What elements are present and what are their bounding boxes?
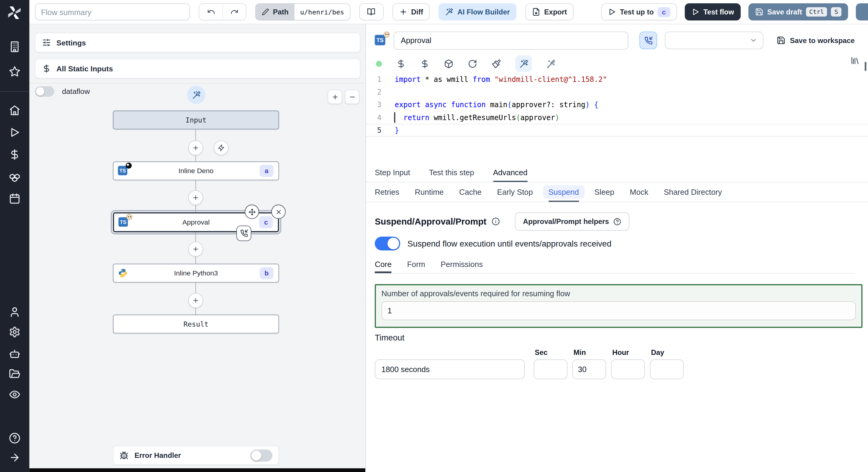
code-line-5[interactable]: 5}	[366, 124, 868, 136]
test-up-to-button[interactable]: Test up to c	[601, 3, 677, 21]
node-result[interactable]: Result	[113, 314, 279, 333]
zoom-in-button[interactable]	[328, 90, 342, 104]
insert-step-button[interactable]	[188, 293, 203, 308]
all-static-inputs-button[interactable]: All Static Inputs	[35, 59, 361, 78]
step-detail-panel: TS Save to workspace	[365, 24, 868, 472]
approvals-required-input[interactable]	[381, 301, 856, 320]
suspend-heading-row: Suspend/Approval/Prompt Approval/Prompt …	[375, 212, 629, 231]
code-line-1[interactable]: 1import * as wmill from "windmill-client…	[366, 73, 868, 86]
zoom-out-button[interactable]	[345, 90, 359, 104]
helpers-button-label: Approval/Prompt helpers	[523, 217, 609, 226]
insert-step-button[interactable]	[188, 141, 203, 156]
error-handler-bar[interactable]: Error Handler	[113, 445, 279, 465]
export-button[interactable]: Export	[525, 3, 574, 21]
code-editor[interactable]: 1import * as wmill from "windmill-client…	[366, 73, 868, 164]
favorites-icon[interactable]	[9, 66, 21, 78]
dataflow-toggle[interactable]	[35, 87, 54, 97]
dependencies-icon[interactable]	[444, 59, 453, 68]
flow-summary-input[interactable]	[35, 3, 190, 21]
docs-button[interactable]	[359, 3, 383, 21]
subtab-cache[interactable]: Cache	[459, 183, 482, 202]
ai-assistant-button[interactable]	[516, 56, 532, 72]
users-icon[interactable]	[9, 306, 21, 318]
windmill-logo-icon[interactable]	[6, 4, 23, 21]
sliders-icon	[42, 38, 51, 47]
diff-button[interactable]: Diff	[393, 3, 430, 21]
save-draft-button[interactable]: Save draft Ctrl S	[748, 3, 848, 21]
approval-phone-button[interactable]	[639, 32, 657, 49]
audit-logs-icon[interactable]	[9, 389, 21, 400]
node-inline-python3[interactable]: Inline Python3 b	[113, 264, 279, 282]
suspend-toggle[interactable]	[375, 237, 400, 250]
resources-icon[interactable]	[9, 171, 21, 183]
subtab-suspend[interactable]: Suspend	[548, 183, 579, 202]
step-header: TS Save to workspace	[375, 29, 855, 52]
diff-label: Diff	[411, 8, 423, 16]
step-kind-select[interactable]	[665, 32, 764, 49]
itab-core[interactable]: Core	[375, 257, 392, 273]
plus-icon	[192, 297, 199, 304]
test-flow-button[interactable]: Test flow	[684, 3, 741, 21]
subtab-mock[interactable]: Mock	[630, 183, 648, 202]
code-line-2[interactable]: 2	[366, 86, 868, 98]
wand-icon	[445, 8, 454, 16]
node-input[interactable]: Input	[113, 110, 279, 129]
timeout-total-input[interactable]	[375, 360, 525, 379]
workers-icon[interactable]	[9, 348, 21, 360]
ai-flow-builder-button[interactable]: AI Flow Builder	[438, 3, 516, 21]
subtab-runtime[interactable]: Runtime	[415, 183, 444, 202]
itab-form[interactable]: Form	[407, 257, 425, 273]
format-icon[interactable]	[492, 59, 501, 68]
subtab-retries[interactable]: Retries	[375, 183, 399, 202]
tab-advanced[interactable]: Advanced	[493, 164, 527, 182]
flow-settings-button[interactable]: Settings	[35, 33, 361, 53]
script-library-icon[interactable]	[850, 56, 860, 65]
workspace-icon[interactable]	[9, 41, 21, 53]
approval-phone-chip[interactable]	[236, 226, 251, 241]
save-to-workspace-button[interactable]: Save to workspace	[777, 36, 855, 44]
variables-icon[interactable]	[9, 149, 21, 161]
tab-test-this-step[interactable]: Test this step	[429, 164, 474, 182]
plus-icon	[331, 93, 338, 100]
runs-icon[interactable]	[9, 127, 21, 138]
move-node-button[interactable]	[245, 205, 259, 219]
home-icon[interactable]	[9, 104, 21, 116]
redo-button[interactable]	[222, 4, 246, 20]
code-line-3[interactable]: 3export async function main(approver?: s…	[366, 98, 868, 111]
deploy-button-partial[interactable]	[856, 3, 868, 21]
timeout-unit-input-min[interactable]	[572, 360, 606, 379]
variable-icon[interactable]	[420, 59, 430, 68]
graph-ai-button[interactable]	[187, 86, 206, 104]
expand-sidebar-icon[interactable]	[9, 452, 21, 464]
tab-step-input[interactable]: Step Input	[375, 164, 410, 182]
insert-step-button[interactable]	[188, 190, 203, 205]
path-button[interactable]: Path u/henri/bes	[255, 3, 350, 21]
step-title-input[interactable]	[394, 31, 628, 50]
itab-permissions[interactable]: Permissions	[441, 257, 483, 273]
editor-scrollbar-thumb[interactable]	[865, 62, 867, 71]
folders-icon[interactable]	[9, 368, 21, 380]
error-handler-toggle[interactable]	[250, 449, 272, 461]
delete-node-button[interactable]	[271, 205, 286, 219]
reload-icon[interactable]	[468, 59, 477, 68]
timeout-unit-input-day[interactable]	[650, 360, 684, 379]
code-line-4[interactable]: 4 return wmill.getResumeUrls(approver)	[366, 111, 868, 124]
subtab-shared-directory[interactable]: Shared Directory	[664, 183, 722, 202]
insert-step-button[interactable]	[188, 242, 203, 257]
info-icon[interactable]	[492, 217, 500, 226]
approval-prompt-helpers-button[interactable]: Approval/Prompt helpers	[515, 212, 629, 231]
node-inline-deno[interactable]: TS Inline Deno a	[113, 161, 279, 180]
schedules-icon[interactable]	[9, 193, 21, 205]
kbd-ctrl: Ctrl	[806, 7, 827, 16]
subtab-early-stop[interactable]: Early Stop	[497, 183, 533, 202]
undo-button[interactable]	[199, 4, 222, 20]
settings-icon[interactable]	[9, 326, 21, 338]
contextual-variable-icon[interactable]	[396, 59, 406, 68]
trigger-button[interactable]	[214, 141, 229, 156]
subtab-sleep[interactable]: Sleep	[594, 183, 614, 202]
help-icon[interactable]	[9, 432, 21, 444]
node-approval-label: Approval	[114, 218, 278, 226]
timeout-unit-input-sec[interactable]	[534, 360, 567, 379]
ai-gen-off-icon[interactable]	[547, 59, 556, 68]
timeout-unit-input-hour[interactable]	[611, 360, 645, 379]
